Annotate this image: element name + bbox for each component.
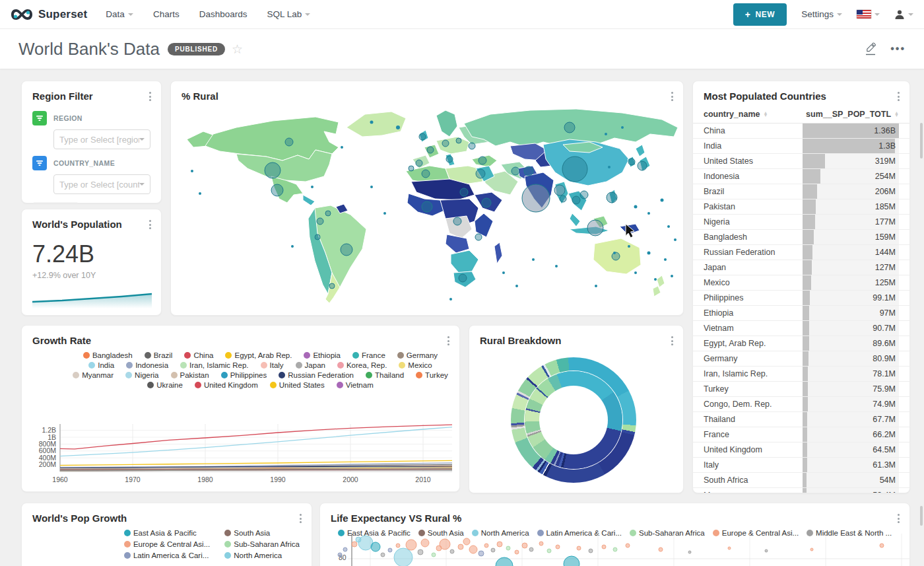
table-row[interactable]: Nigeria177M	[693, 215, 909, 230]
kebab-menu-icon[interactable]	[896, 513, 901, 524]
settings-menu[interactable]: Settings	[801, 9, 842, 19]
table-row[interactable]: China1.36B	[693, 124, 909, 139]
legend-item[interactable]: United Kingdom	[195, 381, 258, 389]
table-row[interactable]: Thailand67.7M	[693, 412, 909, 427]
legend-item[interactable]: Mexico	[399, 361, 432, 369]
pop-growth-card: World's Pop Growth East Asia & PacificSo…	[21, 503, 312, 566]
table-row[interactable]: United States319M	[693, 154, 909, 169]
table-row[interactable]: Vietnam90.7M	[693, 321, 909, 336]
table-row[interactable]: Russian Federation144M	[693, 245, 909, 260]
table-row[interactable]: Indonesia254M	[693, 169, 909, 184]
nav-item-dashboards[interactable]: Dashboards	[199, 9, 248, 19]
legend-item[interactable]: Brazil	[145, 351, 173, 359]
nav-item-data[interactable]: Data	[106, 9, 133, 19]
country-select[interactable]: Type or Select [country]	[53, 174, 150, 194]
scrollbar-thumb[interactable]	[920, 123, 923, 159]
new-button[interactable]: + NEW	[733, 3, 787, 26]
kebab-menu-icon[interactable]	[670, 335, 675, 347]
kebab-menu-icon[interactable]	[148, 90, 152, 102]
published-badge[interactable]: PUBLISHED	[168, 43, 225, 55]
scatter-bubble	[381, 553, 385, 557]
legend-item[interactable]: Pakistan	[171, 371, 209, 379]
more-options-icon[interactable]: •••	[890, 43, 906, 55]
rural-map-card: % Rural	[170, 81, 684, 316]
table-row[interactable]: United Kingdom64.5M	[693, 442, 909, 458]
table-row[interactable]: Turkey75.9M	[693, 382, 909, 397]
svg-text:600M: 600M	[39, 446, 56, 454]
kebab-menu-icon[interactable]	[446, 335, 451, 347]
growth-rate-card: Growth Rate BangladeshBrazilChinaEgypt, …	[21, 325, 460, 492]
kebab-menu-icon[interactable]	[298, 513, 303, 524]
legend-item[interactable]: Turkey	[416, 371, 448, 379]
page-title: World Bank's Data	[18, 39, 160, 59]
apply-button[interactable]: APPLY	[32, 202, 79, 203]
us-flag-icon	[857, 10, 871, 18]
legend-item[interactable]: China	[184, 351, 213, 359]
scatter-bubble	[432, 553, 436, 557]
growth-rate-chart[interactable]: 200M400M600M800M1B1.2B196019701980199020…	[22, 408, 460, 489]
legend-item[interactable]: East Asia & Pacific	[124, 529, 210, 537]
table-row[interactable]: Japan127M	[693, 260, 909, 275]
column-header-country[interactable]: country_name ▲▼	[704, 110, 803, 119]
nav-item-sql-lab[interactable]: SQL Lab	[267, 9, 310, 19]
legend-item[interactable]: Philippines	[221, 371, 267, 379]
legend-item[interactable]: Bangladesh	[83, 351, 133, 359]
table-row[interactable]: Italy61.3M	[693, 458, 909, 473]
region-select[interactable]: Type or Select [region]	[53, 129, 150, 149]
table-row[interactable]: France66.2M	[693, 427, 909, 442]
table-row[interactable]: India1.3B	[693, 139, 909, 154]
scatter-bubble	[659, 548, 663, 551]
table-row[interactable]: Mexico125M	[693, 275, 909, 291]
legend-item[interactable]: Indonesia	[126, 361, 168, 369]
legend-item[interactable]: Nigeria	[125, 371, 158, 379]
legend-item[interactable]: India	[88, 361, 114, 369]
legend-item[interactable]: Germany	[397, 351, 438, 359]
table-row[interactable]: Pakistan185M	[693, 199, 909, 215]
nav-item-charts[interactable]: Charts	[153, 9, 180, 19]
legend-item[interactable]: Sub-Saharan Africa	[224, 540, 300, 548]
scrollbar-thumb[interactable]	[920, 506, 923, 526]
legend-item[interactable]: Ethiopia	[304, 351, 341, 359]
favorite-star-icon[interactable]: ☆	[232, 42, 243, 57]
legend-item[interactable]: Thailand	[366, 371, 404, 379]
user-menu[interactable]	[894, 9, 913, 20]
superset-logo[interactable]: Superset	[11, 8, 87, 21]
legend-item[interactable]: Ukraine	[147, 381, 183, 389]
legend-item[interactable]: United States	[270, 381, 325, 389]
legend-item[interactable]: Italy	[261, 361, 284, 369]
legend-item[interactable]: South Asia	[224, 529, 300, 537]
legend-item[interactable]: Japan	[296, 361, 325, 369]
edit-pencil-icon[interactable]	[864, 42, 877, 55]
language-selector[interactable]	[857, 10, 880, 18]
legend-item[interactable]: Egypt, Arab Rep.	[225, 351, 292, 359]
kebab-menu-icon[interactable]	[148, 219, 152, 230]
legend-item[interactable]: Myanmar	[73, 371, 114, 379]
table-row[interactable]: Congo, Dem. Rep.74.9M	[693, 397, 909, 412]
table-row[interactable]: Ethiopia97M	[693, 306, 909, 321]
table-row[interactable]: South Africa54M	[693, 473, 909, 488]
growth-rate-legend: BangladeshBrazilChinaEgypt, Arab Rep.Eth…	[61, 350, 459, 390]
chevron-down-icon	[139, 138, 145, 141]
kebab-menu-icon[interactable]	[896, 90, 901, 102]
rural-breakdown-sunburst[interactable]	[511, 357, 636, 483]
table-row[interactable]: Philippines99.1M	[693, 291, 909, 306]
legend-item[interactable]: Iran, Islamic Rep.	[180, 361, 248, 369]
table-row[interactable]: Iran, Islamic Rep.78.1M	[693, 367, 909, 382]
legend-item[interactable]: France	[352, 351, 385, 359]
table-row[interactable]: Bangladesh159M	[693, 230, 909, 245]
world-map[interactable]	[174, 108, 682, 306]
legend-item[interactable]: Europe & Central Asi...	[124, 540, 210, 548]
life-expectancy-scatter[interactable]: 80	[320, 534, 909, 566]
legend-item[interactable]: North America	[224, 551, 300, 559]
table-row[interactable]: Myanmar53.4M	[693, 488, 909, 493]
legend-item[interactable]: Latin America & Cari...	[124, 551, 210, 559]
legend-item[interactable]: Korea, Rep.	[337, 361, 387, 369]
kebab-menu-icon[interactable]	[670, 90, 675, 102]
scatter-bubble	[880, 544, 884, 548]
legend-item[interactable]: Russian Federation	[279, 371, 354, 379]
column-header-population[interactable]: sum__SP_POP_TOTL ▲▼	[803, 110, 899, 119]
table-row[interactable]: Germany80.9M	[693, 351, 909, 367]
table-row[interactable]: Egypt, Arab Rep.89.6M	[693, 336, 909, 351]
legend-item[interactable]: Vietnam	[337, 381, 374, 389]
table-row[interactable]: Brazil206M	[693, 184, 909, 199]
